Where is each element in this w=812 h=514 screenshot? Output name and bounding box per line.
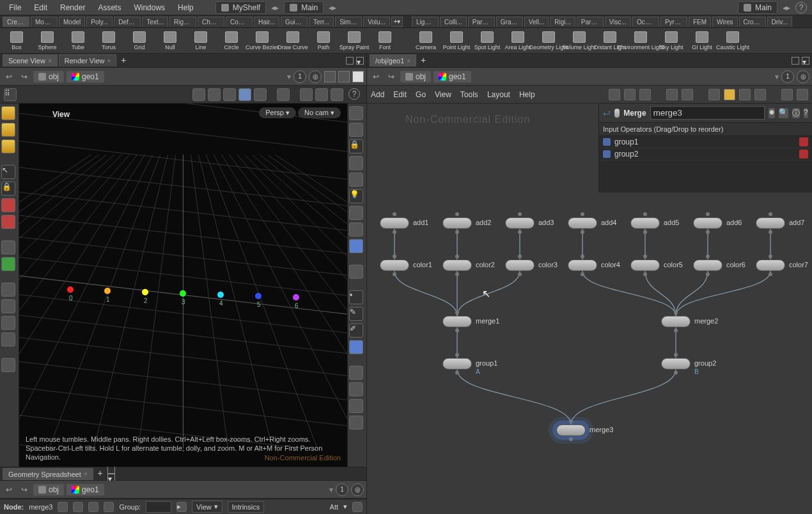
sq-icon[interactable] [324,71,336,82]
shelf-tool[interactable]: Curve Bezier [248,31,276,51]
shelf-tool[interactable]: Environment Light [627,31,655,51]
node-name-field[interactable] [650,106,765,120]
shelf-tool[interactable]: Sky Light [657,31,685,51]
pane-maximize-icon[interactable] [107,466,115,474]
vt-icon[interactable] [277,88,290,101]
shelf-tool[interactable]: Box [3,31,31,51]
menu-assets[interactable]: Assets [91,1,127,15]
snap-icon[interactable] [1,299,15,313]
shelf-tab[interactable]: Rigg... [169,17,196,27]
shelf-tab[interactable]: Hair... [254,17,279,27]
node[interactable] [630,217,660,229]
shelf-tool[interactable]: Torus [95,31,123,51]
reorder-icon[interactable] [603,138,611,146]
tool-icon[interactable] [1,123,15,137]
shelf-tab[interactable]: Simp... [335,17,362,27]
pane-maximize-icon[interactable] [346,57,354,65]
viewport-3d[interactable]: View Persp ▾ No cam ▾ 0123456 Left mouse… [19,104,347,467]
tool-icon[interactable] [1,139,15,153]
net-menu-item[interactable]: Edit [393,90,407,99]
folder-icon[interactable] [754,89,766,100]
path-drop-icon[interactable]: ▾ [775,72,779,81]
shelf-tab[interactable]: Colli... [440,17,467,27]
menu-file[interactable]: File [3,1,27,15]
tool-icon[interactable] [1,257,15,271]
desktop-selector-right[interactable]: Main [738,1,777,14]
vt-icon[interactable] [254,88,267,101]
display-icon[interactable] [349,123,363,137]
display-icon[interactable] [349,156,363,170]
path-drop-icon[interactable]: ▾ [329,485,333,494]
shelf-tab[interactable]: Char... [198,17,224,27]
point-marker[interactable] [67,286,74,293]
shelf-tool[interactable]: Area Light [504,31,532,51]
lock-icon[interactable]: 🔒 [349,139,363,153]
class-icon[interactable] [73,502,83,512]
display-icon[interactable] [349,239,363,253]
point-marker[interactable] [104,288,111,294]
shelf-tab[interactable]: Terr... [309,17,334,27]
tool-icon[interactable] [1,240,15,254]
shelf-tool[interactable]: Draw Curve [279,31,307,51]
class-icon[interactable] [104,502,114,512]
help-icon[interactable]: ? [795,2,807,13]
shelf-tab[interactable]: Text... [142,17,168,27]
shelf-tab[interactable]: Model [59,17,85,27]
path-chip-obj[interactable]: obj [33,484,64,495]
sq-icon[interactable] [352,71,364,82]
shelf-tool[interactable]: Line [187,31,215,51]
shelf-tool[interactable]: GI Light [688,31,716,51]
node[interactable] [661,316,691,327]
desktop-arrows-r[interactable]: ◂▸ [780,3,793,12]
shelf-tab[interactable]: Cons... [226,17,253,27]
intrinsics-dropdown[interactable]: Intrinsics [228,501,264,513]
shelf-tool[interactable]: Caustic Light [719,31,747,51]
shelf-tool[interactable]: Path [309,31,338,51]
list-icon[interactable] [624,89,636,100]
node[interactable] [505,217,535,229]
nav-fwd-icon[interactable]: ↪ [18,70,31,83]
shelf-tab[interactable]: Volu... [363,17,390,27]
help-icon[interactable]: ? [348,88,360,100]
view-dropdown[interactable]: View ▾ [192,501,223,513]
path-chip-geo[interactable]: geo1 [66,484,104,495]
info-icon[interactable]: ⓘ [792,108,800,118]
shelf-tool[interactable]: Tube [64,31,92,51]
node[interactable] [442,217,472,229]
node[interactable] [568,217,597,229]
node[interactable] [661,358,691,370]
shelf-tab[interactable]: Poly... [86,17,113,27]
menu-render[interactable]: Render [54,1,91,15]
shelf-tab[interactable]: Create [3,17,29,27]
node[interactable] [505,260,535,271]
shelf-tab[interactable]: Guid... [281,17,308,27]
node[interactable] [756,260,785,271]
search-icon[interactable]: 🔍 [779,108,788,118]
camera-nocam-pill[interactable]: No cam ▾ [298,107,341,118]
grid-icon[interactable] [682,89,693,100]
grid-icon[interactable] [666,89,678,100]
path-chip-obj[interactable]: obj [33,71,64,82]
node[interactable] [442,316,472,327]
point-marker[interactable] [293,294,299,300]
path-chip-geo[interactable]: geo1 [66,71,104,82]
node[interactable] [756,217,785,229]
handle-icon[interactable]: ⠿ [4,88,17,101]
nav-fwd-icon[interactable]: ↪ [385,70,398,83]
shelf-arrows[interactable]: ◂▸ [269,3,281,12]
tool-icon[interactable] [1,215,15,229]
display-icon[interactable]: • [349,290,363,304]
shelf-tab[interactable]: Grains [496,17,523,27]
point-marker[interactable] [255,293,262,299]
node[interactable] [556,424,586,436]
display-icon[interactable] [349,416,363,430]
pane-menu-icon[interactable]: ▾ [356,57,364,65]
class-icon[interactable] [88,502,98,512]
add-tab-icon[interactable]: + [95,469,106,479]
node[interactable] [693,217,722,229]
tool-icon[interactable] [1,198,15,212]
wrench-icon[interactable] [609,89,620,100]
path-chip-geo[interactable]: geo1 [433,71,471,82]
net-menu-item[interactable]: View [435,90,451,99]
gear-icon[interactable] [797,89,808,100]
